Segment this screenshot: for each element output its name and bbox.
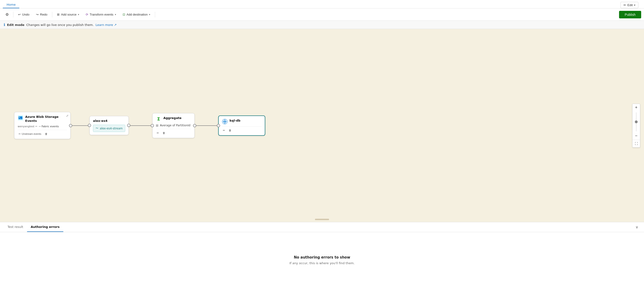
aggregate-title: Aggregate: [163, 116, 182, 120]
aggregate-node[interactable]: Σ Aggregate ▤ Average of PartitionId ✏: [152, 113, 195, 138]
destination-delete-icon: 🗑: [229, 129, 232, 132]
stream-left-connector: [88, 124, 91, 127]
aggregate-delete-button[interactable]: 🗑: [162, 131, 166, 135]
svg-point-13: [224, 121, 225, 122]
stream-node-header: alex-es4: [93, 119, 125, 123]
source-subtitle: wenyangtest: [18, 125, 34, 128]
panel-collapse-button[interactable]: ∨: [634, 223, 640, 231]
add-source-button[interactable]: ⊞ Add source ▾: [54, 11, 82, 18]
destination-node[interactable]: kql-db ✏ 🗑: [218, 116, 265, 136]
transform-events-button[interactable]: ⟳ Transform events ▾: [83, 11, 119, 18]
canvas-area[interactable]: Azure Blob Storage Events ⤢ wenyangtest …: [0, 29, 644, 222]
edit-top-button[interactable]: ✏ Edit ▾: [620, 2, 638, 8]
zoom-in-button[interactable]: +: [632, 104, 640, 112]
canvas-scrollbar: [315, 219, 329, 220]
azure-blob-icon: [18, 115, 23, 121]
transform-events-chevron: ▾: [115, 13, 116, 16]
toolbar-divider-1: [13, 12, 14, 18]
panel-content: No authoring errors to show If any occur…: [0, 232, 644, 288]
aggregate-edit-icon: ✏: [157, 132, 159, 135]
add-destination-label: Add destination: [127, 13, 148, 16]
flow-row: Azure Blob Storage Events ⤢ wenyangtest …: [14, 112, 265, 139]
tab-home[interactable]: Home: [3, 2, 19, 8]
redo-button[interactable]: ↪ Redo: [33, 11, 50, 18]
info-icon: ℹ: [4, 23, 5, 27]
svg-rect-4: [19, 119, 21, 119]
connector-2: [129, 122, 152, 129]
destination-title: kql-db: [230, 119, 240, 123]
aggregate-left-connector: [151, 124, 154, 127]
kql-db-icon: [222, 119, 228, 124]
zoom-slider-thumb[interactable]: [635, 120, 638, 123]
gear-icon: ⚙: [6, 12, 9, 17]
source-right-connector: [69, 124, 72, 127]
tab-test-result[interactable]: Test result: [4, 222, 27, 232]
edit-mode-label: Edit mode: [7, 23, 24, 27]
add-destination-icon: ⊡: [123, 13, 125, 16]
svg-rect-3: [19, 118, 22, 119]
aggregate-table-icon: ▤: [156, 124, 158, 127]
unstream-label: Unstream events: [22, 132, 41, 135]
expand-icon: ⤢: [66, 114, 68, 117]
redo-label: Redo: [40, 13, 47, 16]
aggregate-right-connector: [193, 124, 196, 127]
edit-top-label: Edit: [628, 3, 633, 7]
zoom-controls: + − ⛶: [632, 104, 640, 148]
edit-mode-message: Changes will go live once you publish th…: [26, 23, 94, 27]
edit-mode-banner: ℹ Edit mode Changes will go live once yo…: [0, 21, 644, 29]
redo-icon: ↪: [36, 13, 38, 16]
stream-inner-icon: 〜: [96, 126, 98, 130]
zoom-out-button[interactable]: −: [632, 132, 640, 140]
destination-node-wrapper: kql-db ✏ 🗑: [218, 116, 265, 136]
destination-edit-icon: ✏: [223, 129, 225, 132]
transform-events-icon: ⟳: [86, 13, 88, 16]
edit-subtitle-icon[interactable]: ✏: [35, 125, 38, 128]
source-delete-button[interactable]: 🗑: [44, 132, 48, 136]
aggregate-node-header: Σ Aggregate: [156, 116, 191, 122]
source-node-wrapper: Azure Blob Storage Events ⤢ wenyangtest …: [14, 112, 70, 139]
aggregate-subtitle: Average of PartitionId: [160, 124, 190, 127]
toolbar: ⚙ ↩ Undo ↪ Redo ⊞ Add source ▾ ⟳ Transfo…: [0, 9, 644, 21]
aggregate-edit-button[interactable]: ✏: [156, 131, 160, 135]
source-node-actions: ✂ Unstream events 🗑: [18, 130, 67, 136]
add-destination-button[interactable]: ⊡ Add destination ▾: [120, 11, 153, 18]
destination-delete-button[interactable]: 🗑: [228, 128, 232, 132]
stream-label: alex-es4-stream: [100, 127, 123, 130]
source-delete-icon: 🗑: [45, 132, 48, 135]
add-source-icon: ⊞: [57, 13, 60, 16]
source-node[interactable]: Azure Blob Storage Events ⤢ wenyangtest …: [14, 112, 70, 139]
unstream-icon: ✂: [18, 132, 21, 136]
stream-node[interactable]: alex-es4 〜 alex-es4-stream: [90, 116, 129, 135]
connector-3: [195, 122, 218, 129]
external-link-icon: ↗: [114, 23, 116, 27]
unstream-button[interactable]: ✂ Unstream events: [18, 132, 42, 136]
arrow-icon: →: [38, 125, 40, 128]
destination-node-actions: ✏ 🗑: [222, 126, 262, 132]
destination-left-connector: [217, 124, 220, 127]
undo-icon: ↩: [18, 13, 21, 16]
add-source-chevron: ▾: [78, 13, 79, 16]
zoom-fit-button[interactable]: ⛶: [632, 140, 640, 147]
fabric-events-label: Fabric events: [42, 125, 59, 128]
publish-button[interactable]: Publish: [619, 11, 641, 18]
undo-label: Undo: [22, 13, 30, 16]
aggregate-node-actions: ✏ 🗑: [156, 129, 191, 135]
edit-chevron-icon: ▾: [634, 4, 635, 6]
undo-button[interactable]: ↩ Undo: [15, 11, 32, 18]
destination-edit-button[interactable]: ✏: [222, 128, 226, 132]
learn-more-link[interactable]: Learn more ↗: [96, 23, 116, 27]
no-errors-title: No authoring errors to show: [294, 255, 350, 259]
transform-events-label: Transform events: [90, 13, 114, 16]
zoom-slider-track[interactable]: [636, 112, 636, 131]
tab-authoring-errors[interactable]: Authoring errors: [27, 222, 63, 232]
aggregate-node-wrapper: Σ Aggregate ▤ Average of PartitionId ✏: [152, 113, 195, 138]
stream-inner: 〜 alex-es4-stream: [93, 125, 125, 132]
stream-node-wrapper: alex-es4 〜 alex-es4-stream: [90, 116, 129, 135]
gear-button[interactable]: ⚙: [3, 10, 11, 19]
connector-1: [70, 122, 90, 129]
add-destination-chevron: ▾: [149, 13, 150, 16]
aggregate-delete-icon: 🗑: [163, 132, 165, 134]
bottom-panel: Test result Authoring errors ∨ No author…: [0, 222, 644, 288]
flow-container: Azure Blob Storage Events ⤢ wenyangtest …: [0, 29, 644, 222]
source-expand-button[interactable]: ⤢: [66, 114, 68, 117]
